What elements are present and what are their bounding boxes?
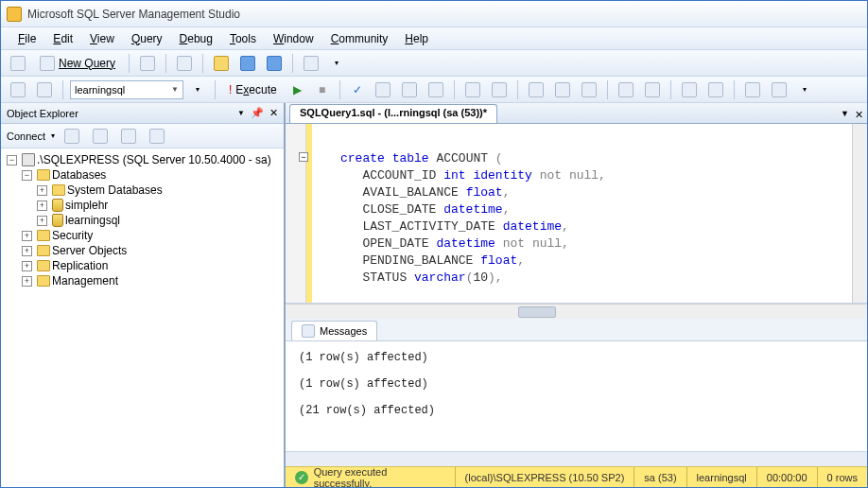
toolbar-q-icon-10[interactable] (768, 79, 790, 100)
execute-button[interactable]: ! Execute (222, 79, 284, 100)
status-bar: ✓ Query executed successfully. (local)\S… (286, 466, 867, 487)
toolbar-dropdown-icon-2[interactable]: ▾ (794, 79, 815, 100)
folder-icon (37, 275, 50, 287)
messages-scroll-area[interactable] (286, 451, 867, 466)
expand-icon[interactable]: + (37, 216, 47, 226)
expand-icon[interactable]: + (22, 261, 32, 271)
tree-server-node[interactable]: − .\SQLEXPRESS (SQL Server 10.50.4000 - … (7, 152, 282, 167)
toolbar-q-icon-7[interactable] (551, 79, 574, 100)
scrollbar-thumb[interactable] (518, 306, 556, 318)
tab-close-icon[interactable]: ✕ (855, 109, 863, 121)
tree-server-objects[interactable]: + Server Objects (22, 243, 282, 258)
toolbar-q-icon-4[interactable] (461, 79, 484, 100)
expand-icon[interactable]: + (22, 276, 32, 287)
connect-label[interactable]: Connect (7, 131, 45, 142)
menu-debug[interactable]: Debug (172, 29, 220, 48)
parse-icon[interactable]: ✓ (347, 79, 368, 100)
toolbar-icon-1[interactable] (136, 53, 159, 74)
menu-community[interactable]: Community (323, 29, 396, 48)
status-time: 00:00:00 (757, 467, 818, 487)
expand-icon[interactable]: + (22, 246, 32, 256)
oe-icon-3[interactable] (146, 126, 168, 147)
menu-window[interactable]: Window (266, 29, 321, 48)
status-user: sa (53) (634, 467, 686, 487)
new-query-button[interactable]: New Query (33, 53, 122, 74)
server-label: .\SQLEXPRESS (SQL Server 10.50.4000 - sa… (37, 153, 271, 166)
oe-icon-2[interactable] (89, 126, 112, 147)
menu-file[interactable]: File (10, 29, 43, 48)
collapse-icon[interactable]: − (22, 170, 32, 181)
menu-view[interactable]: View (82, 29, 122, 48)
message-line: (21 row(s) affected) (299, 404, 854, 417)
execute-icon: ! (229, 83, 232, 96)
folder-icon (37, 245, 50, 256)
dropdown-icon[interactable]: ▼ (237, 109, 245, 117)
pin-icon[interactable]: 📌 (251, 107, 264, 119)
open-icon[interactable] (210, 53, 233, 74)
menu-query[interactable]: Query (124, 29, 170, 48)
tree-replication[interactable]: + Replication (22, 258, 282, 273)
editor-tab[interactable]: SQLQuery1.sql - (l...rningsql (sa (53))* (289, 104, 497, 123)
save-all-icon[interactable] (263, 53, 286, 74)
menu-help[interactable]: Help (397, 29, 436, 48)
menu-edit[interactable]: Edit (45, 29, 80, 48)
tree-security[interactable]: + Security (22, 228, 282, 243)
tab-dropdown-icon[interactable]: ▼ (841, 109, 849, 121)
folder-icon (52, 184, 65, 196)
toolbar-q-icon-5[interactable] (488, 79, 511, 100)
outdent-icon[interactable] (641, 79, 664, 100)
collapse-icon[interactable]: − (7, 155, 17, 166)
code-text[interactable]: create table ACCOUNT ( ACCOUNT_ID int id… (312, 124, 852, 303)
toolbar-q-icon-3[interactable] (425, 79, 447, 100)
chevron-down-icon[interactable]: ▾ (51, 131, 55, 140)
tree-system-databases[interactable]: + System Databases (37, 183, 282, 198)
expand-icon[interactable]: + (37, 185, 47, 196)
connect-icon[interactable] (7, 79, 29, 100)
separator (202, 54, 203, 73)
dropdown-icon[interactable]: ▾ (187, 79, 208, 100)
messages-tab-label: Messages (320, 325, 367, 337)
code-editor[interactable]: − create table ACCOUNT ( ACCOUNT_ID int … (286, 124, 867, 304)
database-selector[interactable]: learningsql ▼ (70, 80, 183, 99)
debug-play-icon[interactable]: ▶ (287, 79, 308, 100)
tree-databases-node[interactable]: − Databases (22, 167, 282, 183)
toolbar-q-icon-9[interactable] (741, 79, 764, 100)
management-label: Management (52, 274, 118, 288)
tree-db-simplehr[interactable]: + simplehr (37, 198, 282, 213)
oe-icon-1[interactable] (61, 126, 83, 147)
db-simplehr-label: simplehr (65, 199, 108, 212)
uncomment-icon[interactable] (704, 79, 727, 100)
toolbar-icon-3[interactable] (300, 53, 322, 74)
separator (215, 80, 216, 99)
status-db: learningsql (687, 467, 757, 487)
toolbar-q-icon-6[interactable] (525, 79, 547, 100)
indent-icon[interactable] (615, 79, 637, 100)
messages-body[interactable]: (1 row(s) affected) (1 row(s) affected) … (286, 341, 867, 451)
tree-db-learningsql[interactable]: + learningsql (37, 213, 282, 228)
toolbar-q-icon-2[interactable] (398, 79, 421, 100)
toolbar-q-icon-1[interactable] (372, 79, 394, 100)
new-project-icon[interactable] (7, 53, 29, 74)
change-connection-icon[interactable] (33, 79, 56, 100)
expand-icon[interactable]: + (22, 231, 32, 241)
toolbar-dropdown-icon[interactable]: ▾ (326, 53, 347, 74)
toolbar-q-icon-8[interactable] (578, 79, 600, 100)
object-explorer-tree[interactable]: − .\SQLEXPRESS (SQL Server 10.50.4000 - … (1, 148, 284, 487)
stop-icon[interactable]: ■ (312, 79, 333, 100)
horizontal-scrollbar[interactable] (286, 304, 867, 319)
oe-filter-icon[interactable] (117, 126, 140, 147)
comment-icon[interactable] (678, 79, 701, 100)
vertical-scrollbar[interactable] (852, 124, 867, 303)
expand-icon[interactable]: + (37, 200, 47, 211)
tree-management[interactable]: + Management (22, 273, 282, 288)
replication-label: Replication (52, 259, 108, 272)
app-icon (7, 7, 22, 22)
messages-tab[interactable]: Messages (291, 321, 377, 340)
main-area: Object Explorer ▼ 📌 ✕ Connect ▾ − .\SQLE… (1, 103, 867, 487)
menu-tools[interactable]: Tools (222, 29, 264, 48)
db-learningsql-label: learningsql (65, 214, 120, 227)
toolbar-icon-2[interactable] (173, 53, 196, 74)
save-icon[interactable] (236, 53, 259, 74)
close-icon[interactable]: ✕ (269, 107, 278, 119)
fold-icon[interactable]: − (299, 152, 308, 162)
